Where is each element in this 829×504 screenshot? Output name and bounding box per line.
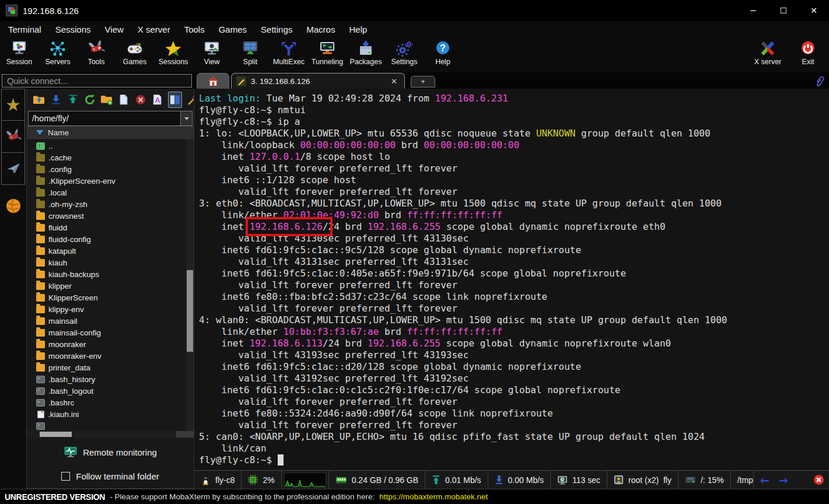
list-item[interactable]: mainsail xyxy=(27,315,194,327)
file-name: mainsail-config xyxy=(48,328,101,337)
remote-monitoring-button[interactable]: Remote monitoring xyxy=(64,446,157,459)
horizontal-scrollbar[interactable] xyxy=(27,430,194,438)
follow-terminal-checkbox[interactable] xyxy=(61,472,70,481)
list-item[interactable]: kiauh-backups xyxy=(27,268,194,280)
scrollbar-thumb[interactable] xyxy=(187,270,193,352)
menu-macros[interactable]: Macros xyxy=(299,23,342,36)
name-column-header[interactable]: Name xyxy=(27,126,194,139)
rename-icon[interactable]: A xyxy=(151,92,164,108)
new-tab-button[interactable]: + xyxy=(411,76,435,88)
footer-link[interactable]: https://mobaxterm.mobatek.net xyxy=(379,492,488,501)
list-item[interactable]: .kiauh.ini xyxy=(27,408,194,420)
list-item[interactable]: .KlipperScreen-env xyxy=(27,175,194,187)
folder-icon xyxy=(36,259,45,267)
new-folder-icon[interactable] xyxy=(100,92,113,108)
list-item[interactable]: fluidd xyxy=(27,222,194,233)
list-item[interactable]: klipper xyxy=(27,280,194,292)
knife-icon xyxy=(5,129,22,144)
attachments-paperclip-icon[interactable] xyxy=(814,75,825,87)
list-item[interactable]: fluidd-config xyxy=(27,233,194,245)
download-icon[interactable] xyxy=(50,92,62,108)
list-item[interactable]: .config xyxy=(27,163,194,175)
list-item[interactable]: mainsail-config xyxy=(27,327,194,338)
path-input[interactable] xyxy=(28,111,181,126)
list-item[interactable] xyxy=(27,420,194,430)
minimize-button[interactable]: ─ xyxy=(738,0,768,21)
terminal-output[interactable]: Last login: Tue Mar 19 02:49:28 2024 fro… xyxy=(194,89,829,470)
main-toolbar: Session Servers Tools Games Sessions Vie… xyxy=(0,37,829,72)
menu-terminal[interactable]: Terminal xyxy=(1,23,48,36)
back-arrow-icon[interactable]: ← xyxy=(760,474,769,487)
file-list[interactable]: ...cache.config.KlipperScreen-env.local.… xyxy=(27,139,194,430)
close-session-icon[interactable] xyxy=(813,474,824,485)
file-name: .KlipperScreen-env xyxy=(48,177,116,186)
menu-help[interactable]: Help xyxy=(342,23,374,36)
session-button[interactable]: Session xyxy=(0,38,39,66)
session-pen-icon xyxy=(236,76,246,86)
uptime-segment: 113 sec xyxy=(551,471,607,489)
sftp-tab[interactable] xyxy=(1,153,25,185)
list-item[interactable]: .bash_history xyxy=(27,373,194,385)
list-item[interactable]: katapult xyxy=(27,245,194,257)
quick-connect-input[interactable] xyxy=(2,74,192,88)
sessions-button[interactable]: Sessions xyxy=(154,38,193,66)
wand-icon[interactable] xyxy=(186,92,194,108)
tab-close-icon[interactable]: ✕ xyxy=(389,77,400,86)
menu-sessions[interactable]: Sessions xyxy=(48,23,98,36)
list-item[interactable]: .cache xyxy=(27,152,194,163)
upload-speed-segment: 0.01 Mb/s xyxy=(425,471,488,489)
terminal-path-segment: /tmp xyxy=(731,471,754,489)
footer-message: - Please support MobaXterm by subscribin… xyxy=(110,492,375,501)
menu-settings[interactable]: Settings xyxy=(254,23,299,36)
split-button[interactable]: Split xyxy=(231,38,270,66)
refresh-icon[interactable] xyxy=(83,92,96,108)
list-item[interactable]: klippy-env xyxy=(27,303,194,315)
menu-x-server[interactable]: X server xyxy=(131,23,177,36)
globe-icon[interactable] xyxy=(5,198,22,214)
tab-home[interactable] xyxy=(197,73,229,89)
hscroll-thumb[interactable] xyxy=(40,432,72,437)
list-item[interactable]: kiauh xyxy=(27,257,194,268)
file-browser-panel: A Name ...cache.config.KlipperScreen-env… xyxy=(26,89,194,489)
tools-tab[interactable] xyxy=(1,121,25,153)
go-up-folder-icon[interactable] xyxy=(33,92,46,108)
maximize-button[interactable]: ☐ xyxy=(768,0,799,21)
settings-gears-icon xyxy=(395,40,414,57)
settings-button[interactable]: Settings xyxy=(385,38,424,66)
tools-button[interactable]: Tools xyxy=(77,38,116,66)
tunneling-button[interactable]: Tunneling xyxy=(308,38,347,66)
close-button[interactable]: ✕ xyxy=(799,0,829,21)
help-button[interactable]: ? Help xyxy=(424,38,462,66)
list-item[interactable]: printer_data xyxy=(27,362,194,373)
list-item[interactable]: .bash_logout xyxy=(27,385,194,397)
file-list-scrollbar[interactable] xyxy=(186,139,194,430)
packages-button[interactable]: Packages xyxy=(347,38,385,66)
multiexec-button[interactable]: MultiExec xyxy=(270,38,308,66)
delete-icon[interactable] xyxy=(134,92,147,108)
dual-pane-icon[interactable] xyxy=(168,92,182,108)
tab-session-active[interactable]: 3. 192.168.6.126 ✕ xyxy=(231,73,405,89)
list-item[interactable]: .. xyxy=(27,140,194,152)
games-button[interactable]: Games xyxy=(116,38,154,66)
list-item[interactable]: moonraker xyxy=(27,338,194,350)
path-dropdown-button[interactable] xyxy=(181,111,193,126)
servers-button[interactable]: Servers xyxy=(39,38,77,66)
x-server-button[interactable]: X server xyxy=(745,38,790,66)
list-item[interactable]: crowsnest xyxy=(27,210,194,222)
view-button[interactable]: View xyxy=(193,38,231,66)
menu-games[interactable]: Games xyxy=(212,23,254,36)
follow-terminal-folder-option[interactable]: Follow terminal folder xyxy=(61,471,159,481)
exit-button[interactable]: Exit xyxy=(790,38,825,66)
favorites-tab[interactable]: ★ xyxy=(1,89,25,121)
new-file-icon[interactable] xyxy=(117,92,130,108)
forward-arrow-icon[interactable]: → xyxy=(779,474,788,487)
list-item[interactable]: .local xyxy=(27,187,194,198)
list-item[interactable]: KlipperScreen xyxy=(27,292,194,303)
list-item[interactable]: .oh-my-zsh xyxy=(27,198,194,210)
upload-icon[interactable] xyxy=(67,92,79,108)
menu-tools[interactable]: Tools xyxy=(177,23,212,36)
list-item[interactable]: moonraker-env xyxy=(27,350,194,362)
menu-view[interactable]: View xyxy=(98,23,131,36)
file-name: mainsail xyxy=(48,317,78,326)
list-item[interactable]: .bashrc xyxy=(27,397,194,408)
